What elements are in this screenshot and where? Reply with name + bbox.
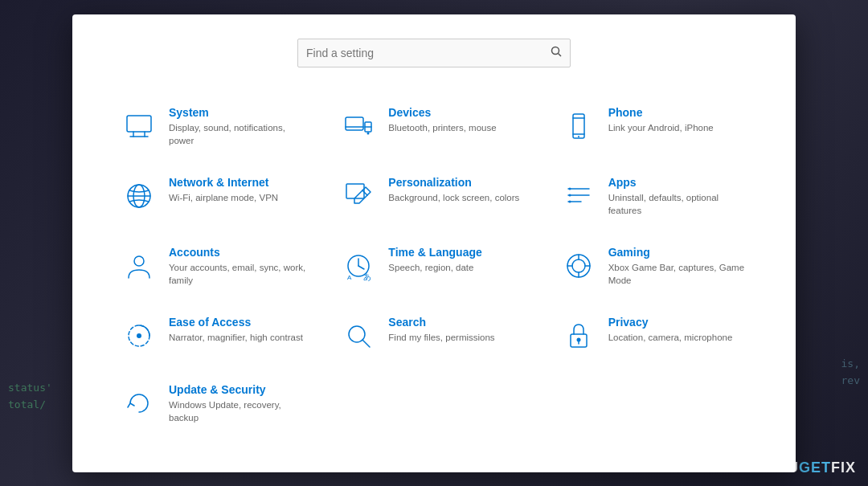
setting-text-ease: Ease of Access Narrator, magnifier, high…: [169, 316, 303, 344]
setting-desc-time: Speech, region, date: [388, 261, 481, 274]
svg-point-14: [578, 136, 579, 137]
setting-title-update: Update & Security: [169, 383, 308, 396]
setting-text-system: System Display, sound, notifications, po…: [169, 106, 308, 147]
svg-point-0: [552, 47, 559, 55]
watermark: UGETFIX: [788, 459, 856, 476]
setting-desc-accounts: Your accounts, email, sync, work, family: [169, 261, 308, 287]
setting-desc-ease: Narrator, magnifier, high contrast: [169, 331, 303, 344]
setting-desc-gaming: Xbox Game Bar, captures, Game Mode: [608, 261, 747, 287]
svg-rect-2: [127, 116, 151, 132]
svg-point-23: [568, 187, 571, 190]
svg-line-1: [559, 54, 562, 57]
update-icon: [121, 385, 158, 422]
setting-item-time[interactable]: Aあ Time & Language Speech, region, date: [324, 231, 543, 301]
setting-desc-apps: Uninstall, defaults, optional features: [608, 191, 747, 217]
setting-title-apps: Apps: [608, 176, 747, 189]
setting-text-search: Search Find my files, permissions: [388, 316, 494, 344]
setting-title-privacy: Privacy: [608, 316, 733, 329]
setting-title-search: Search: [388, 316, 494, 329]
personalization-icon: [340, 178, 377, 214]
search-bar[interactable]: [297, 39, 571, 67]
search-input[interactable]: [306, 47, 551, 59]
time-icon: Aあ: [340, 247, 377, 284]
code-decoration-left: status'total/: [0, 372, 60, 422]
setting-text-apps: Apps Uninstall, defaults, optional featu…: [608, 176, 747, 217]
setting-text-devices: Devices Bluetooth, printers, mouse: [388, 106, 496, 134]
setting-item-system[interactable]: System Display, sound, notifications, po…: [104, 92, 324, 161]
svg-point-33: [572, 259, 585, 272]
search-icon: [340, 317, 377, 354]
setting-desc-system: Display, sound, notifications, power: [169, 121, 308, 147]
setting-item-search[interactable]: Search Find my files, permissions: [324, 301, 543, 369]
code-decoration-right: is,rev: [841, 356, 860, 390]
setting-text-update: Update & Security Windows Update, recove…: [169, 383, 308, 424]
setting-text-time: Time & Language Speech, region, date: [388, 246, 481, 274]
settings-grid: System Display, sound, notifications, po…: [104, 92, 764, 439]
setting-desc-search: Find my files, permissions: [388, 331, 494, 344]
svg-point-26: [134, 256, 144, 266]
ease-icon: [121, 317, 158, 354]
accounts-icon: [121, 247, 158, 284]
setting-title-gaming: Gaming: [608, 246, 747, 259]
svg-point-24: [568, 194, 571, 196]
devices-icon: [340, 108, 377, 145]
svg-rect-6: [346, 117, 363, 130]
setting-title-phone: Phone: [608, 106, 714, 119]
search-icon: [551, 46, 562, 59]
setting-title-system: System: [169, 106, 308, 119]
privacy-icon: [560, 317, 597, 354]
svg-point-25: [568, 200, 571, 202]
setting-title-time: Time & Language: [388, 246, 481, 259]
setting-item-apps[interactable]: Apps Uninstall, defaults, optional featu…: [544, 161, 764, 231]
setting-item-accounts[interactable]: Accounts Your accounts, email, sync, wor…: [104, 231, 324, 301]
setting-title-devices: Devices: [388, 106, 496, 119]
setting-desc-devices: Bluetooth, printers, mouse: [388, 121, 496, 134]
setting-desc-phone: Link your Android, iPhone: [608, 121, 714, 134]
svg-text:あ: あ: [363, 272, 371, 281]
setting-item-ease[interactable]: Ease of Access Narrator, magnifier, high…: [104, 301, 324, 369]
setting-item-update[interactable]: Update & Security Windows Update, recove…: [104, 369, 324, 439]
setting-desc-personalization: Background, lock screen, colors: [388, 191, 519, 204]
network-icon: [121, 178, 158, 214]
setting-title-accounts: Accounts: [169, 246, 308, 259]
setting-title-network: Network & Internet: [169, 176, 278, 189]
gaming-icon: [560, 247, 597, 284]
setting-desc-privacy: Location, camera, microphone: [608, 331, 733, 344]
setting-text-gaming: Gaming Xbox Game Bar, captures, Game Mod…: [608, 246, 747, 287]
setting-text-network: Network & Internet Wi-Fi, airplane mode,…: [169, 176, 278, 204]
watermark-get: GET: [799, 459, 831, 476]
svg-point-10: [367, 132, 370, 134]
setting-item-gaming[interactable]: Gaming Xbox Game Bar, captures, Game Mod…: [544, 231, 764, 301]
setting-text-personalization: Personalization Background, lock screen,…: [388, 176, 519, 204]
setting-desc-network: Wi-Fi, airplane mode, VPN: [169, 191, 278, 204]
setting-item-phone[interactable]: Phone Link your Android, iPhone: [544, 92, 764, 161]
watermark-fix: FIX: [831, 459, 856, 476]
settings-window: System Display, sound, notifications, po…: [72, 14, 796, 472]
setting-text-phone: Phone Link your Android, iPhone: [608, 106, 714, 134]
svg-line-29: [358, 266, 364, 269]
svg-text:A: A: [347, 274, 352, 281]
setting-item-network[interactable]: Network & Internet Wi-Fi, airplane mode,…: [104, 161, 324, 231]
setting-title-ease: Ease of Access: [169, 316, 303, 329]
svg-line-19: [362, 190, 367, 195]
setting-item-personalization[interactable]: Personalization Background, lock screen,…: [324, 161, 543, 231]
setting-item-privacy[interactable]: Privacy Location, camera, microphone: [544, 301, 764, 369]
setting-text-privacy: Privacy Location, camera, microphone: [608, 316, 733, 344]
system-icon: [121, 108, 158, 145]
svg-point-39: [137, 333, 141, 338]
phone-icon: [560, 108, 597, 145]
svg-line-41: [362, 340, 370, 347]
setting-item-devices[interactable]: Devices Bluetooth, printers, mouse: [324, 92, 543, 161]
apps-icon: [560, 178, 597, 214]
setting-title-personalization: Personalization: [388, 176, 519, 189]
setting-text-accounts: Accounts Your accounts, email, sync, wor…: [169, 246, 308, 287]
setting-desc-update: Windows Update, recovery, backup: [169, 398, 308, 424]
